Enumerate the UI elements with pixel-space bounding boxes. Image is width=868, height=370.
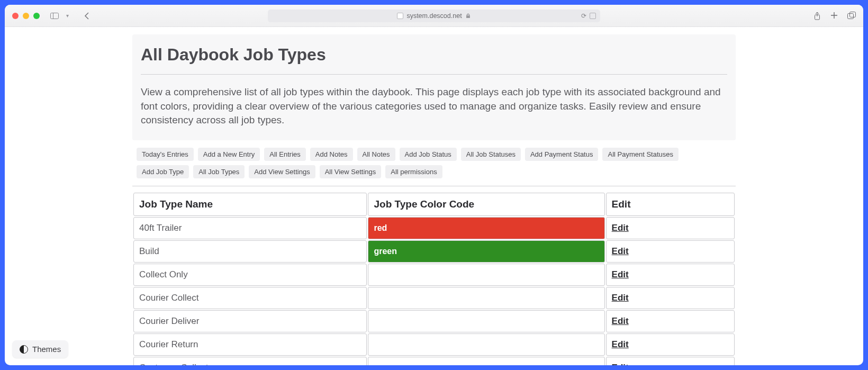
job-type-color-cell: red: [368, 217, 604, 239]
chevron-left-icon: [84, 12, 89, 20]
nav-pill[interactable]: Add Notes: [310, 148, 353, 161]
edit-link[interactable]: Edit: [612, 293, 629, 303]
edit-cell: Edit: [606, 287, 735, 309]
edit-link[interactable]: Edit: [612, 316, 629, 326]
back-button[interactable]: [80, 10, 93, 22]
job-type-color-cell: [368, 357, 604, 365]
edit-cell: Edit: [606, 333, 735, 356]
plus-icon: [830, 12, 838, 19]
nav-pill[interactable]: Add View Settings: [249, 165, 315, 178]
nav-pill[interactable]: All Job Types: [193, 165, 245, 178]
address-bar-url: system.descod.net: [406, 12, 462, 20]
job-type-color-cell: [368, 287, 604, 309]
table-row: Courier DeliverEdit: [133, 310, 735, 332]
minimize-window-button[interactable]: [23, 13, 29, 19]
nav-pill[interactable]: All permissions: [385, 165, 442, 178]
col-header-color: Job Type Color Code: [368, 193, 604, 216]
edit-link[interactable]: Edit: [612, 363, 629, 365]
edit-cell: Edit: [606, 310, 735, 332]
table-row: Collect OnlyEdit: [133, 264, 735, 286]
nav-pill[interactable]: Today's Entries: [137, 148, 194, 161]
maximize-window-button[interactable]: [33, 13, 40, 19]
edit-link[interactable]: Edit: [612, 223, 629, 233]
tabs-icon: [847, 12, 856, 19]
tabs-button[interactable]: [847, 12, 856, 20]
themes-button[interactable]: Themes: [12, 340, 68, 358]
job-type-name-cell: 40ft Trailer: [133, 217, 367, 239]
table-row: Customer CollectEdit: [133, 357, 735, 365]
theme-contrast-icon: [20, 345, 28, 354]
themes-label: Themes: [32, 345, 61, 354]
table-row: Courier ReturnEdit: [133, 333, 735, 356]
col-header-edit: Edit: [606, 193, 735, 216]
job-types-table: Job Type Name Job Type Color Code Edit 4…: [132, 192, 736, 365]
edit-cell: Edit: [606, 357, 735, 365]
share-button[interactable]: [813, 12, 821, 20]
nav-pill[interactable]: Add Job Type: [137, 165, 189, 178]
edit-link[interactable]: Edit: [612, 269, 629, 279]
edit-link[interactable]: Edit: [612, 339, 629, 349]
svg-rect-0: [51, 13, 59, 19]
share-icon: [813, 12, 821, 20]
sidebar-toggle-button[interactable]: [48, 10, 61, 22]
table-row: Courier CollectEdit: [133, 287, 735, 309]
nav-pill[interactable]: All Job Statuses: [461, 148, 521, 161]
sidebar-icon: [50, 13, 59, 19]
job-type-name-cell: Courier Deliver: [133, 310, 367, 332]
site-favicon: [397, 13, 403, 19]
nav-pill[interactable]: Add a New Entry: [198, 148, 260, 161]
nav-pill[interactable]: Add Payment Status: [525, 148, 599, 161]
table-header-row: Job Type Name Job Type Color Code Edit: [133, 193, 735, 216]
chevron-down-icon: ▾: [66, 13, 69, 19]
nav-pill[interactable]: All Notes: [357, 148, 395, 161]
edit-cell: Edit: [606, 217, 735, 239]
browser-window: ▾ system.descod.net 🔒︎ ⟳: [5, 5, 863, 365]
col-header-name: Job Type Name: [133, 193, 367, 216]
job-type-color-cell: [368, 264, 604, 286]
nav-pill[interactable]: All Entries: [264, 148, 306, 161]
window-controls: [12, 13, 40, 19]
job-type-color-cell: [368, 333, 604, 356]
job-type-name-cell: Customer Collect: [133, 357, 367, 365]
nav-pill[interactable]: All Payment Statuses: [602, 148, 679, 161]
address-bar[interactable]: system.descod.net 🔒︎ ⟳: [268, 10, 600, 22]
edit-link[interactable]: Edit: [612, 246, 629, 256]
browser-chrome: ▾ system.descod.net 🔒︎ ⟳: [5, 5, 863, 27]
job-type-name-cell: Collect Only: [133, 264, 367, 286]
new-tab-button[interactable]: [830, 12, 838, 20]
page-header-card: All Daybook Job Types View a comprehensi…: [132, 34, 736, 140]
job-type-name-cell: Build: [133, 240, 367, 263]
nav-pill[interactable]: All View Settings: [320, 165, 382, 178]
reload-button[interactable]: ⟳: [581, 12, 586, 20]
page-content: All Daybook Job Types View a comprehensi…: [132, 34, 736, 365]
table-row: BuildgreenEdit: [133, 240, 735, 263]
page-title: All Daybook Job Types: [141, 45, 727, 75]
close-window-button[interactable]: [12, 13, 19, 19]
page-viewport[interactable]: All Daybook Job Types View a comprehensi…: [5, 27, 863, 365]
lock-icon: 🔒︎: [465, 13, 471, 19]
edit-cell: Edit: [606, 240, 735, 263]
nav-pill-row: Today's EntriesAdd a New EntryAll Entrie…: [132, 140, 736, 186]
nav-pill[interactable]: Add Job Status: [400, 148, 457, 161]
job-type-name-cell: Courier Collect: [133, 287, 367, 309]
reader-button[interactable]: [590, 13, 596, 19]
job-type-color-cell: [368, 310, 604, 332]
toolbar-right: [813, 12, 856, 20]
svg-rect-7: [850, 12, 856, 17]
job-type-name-cell: Courier Return: [133, 333, 367, 356]
job-type-color-cell: green: [368, 240, 604, 263]
table-row: 40ft TrailerredEdit: [133, 217, 735, 239]
svg-rect-6: [848, 13, 854, 19]
edit-cell: Edit: [606, 264, 735, 286]
page-description: View a comprehensive list of all job typ…: [141, 85, 727, 128]
